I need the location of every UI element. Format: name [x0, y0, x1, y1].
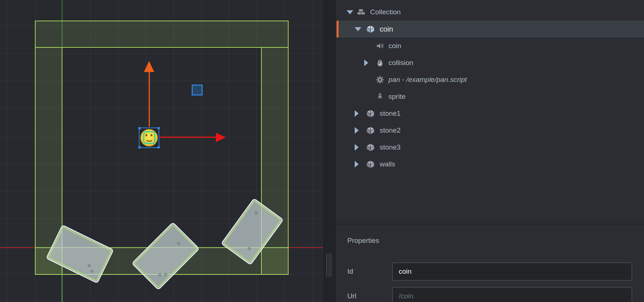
outline-row-collection-0[interactable]: Collection [336, 4, 644, 21]
id-field[interactable] [392, 262, 632, 281]
url-field[interactable] [392, 287, 632, 302]
game-object-icon [366, 24, 375, 34]
editor-window: Collection coin coin collision pan - /ex… [0, 0, 644, 302]
selection-corner [138, 146, 141, 148]
coin-face-smile [145, 136, 153, 142]
world-y-axis-bright-segment [62, 275, 62, 302]
move-gizmo-y-arrowhead[interactable] [144, 61, 154, 72]
outline-row-label: pan - /example/pan.script [388, 76, 467, 84]
game-object-icon [366, 143, 375, 152]
splitter-drag-handle[interactable] [326, 254, 332, 277]
outline-row-label: coin [380, 25, 393, 33]
outline-row-label: stone3 [380, 143, 401, 151]
collection-icon [356, 7, 366, 17]
walls-inner-top-edge [35, 47, 289, 48]
outline-row-sprite-5[interactable]: sprite [336, 88, 644, 105]
properties-title: Properties [347, 237, 379, 245]
chevron-down-icon[interactable] [355, 27, 361, 31]
scene-viewport[interactable] [0, 0, 323, 302]
outline-row-label: sprite [388, 93, 405, 101]
outline-row-stone2-7[interactable]: stone2 [336, 122, 644, 139]
selected-row-accent-bar [337, 21, 339, 37]
outline-panel: Collection coin coin collision pan - /ex… [336, 0, 644, 224]
chevron-right-icon[interactable] [355, 161, 359, 168]
move-gizmo-x-arrowhead[interactable] [216, 133, 226, 142]
outline-row-label: walls [380, 160, 395, 168]
right-panel: Collection coin coin collision pan - /ex… [336, 0, 644, 302]
sound-icon [375, 41, 385, 51]
chevron-right-icon[interactable] [355, 144, 359, 151]
outline-row-coin-2[interactable]: coin [336, 37, 644, 54]
outline-row-coin-1[interactable]: coin [336, 21, 644, 37]
move-gizmo-y-arrow[interactable] [149, 71, 150, 127]
outline-row-pan-example-pan-script-4[interactable]: pan - /example/pan.script [336, 71, 644, 88]
outline-row-label: Collection [370, 8, 401, 16]
game-object-icon [366, 159, 375, 169]
outline-row-stone3-8[interactable]: stone3 [336, 139, 644, 156]
chevron-right-icon[interactable] [355, 110, 359, 117]
outline-row-label: collision [388, 59, 413, 67]
url-field-label: Url [347, 287, 356, 302]
chevron-right-icon[interactable] [355, 127, 359, 134]
properties-panel: Properties IdUrl [336, 224, 644, 302]
selection-corner [158, 127, 160, 129]
selection-corner [138, 127, 141, 129]
game-object-icon [366, 109, 375, 118]
outline-row-label: coin [388, 42, 401, 50]
outline-row-label: stone1 [380, 109, 401, 118]
move-gizmo-x-arrow[interactable] [160, 137, 216, 138]
outline-row-collision-3[interactable]: collision [336, 54, 644, 71]
collision-icon [375, 58, 385, 68]
outline-row-stone1-6[interactable]: stone1 [336, 105, 644, 122]
chevron-down-icon[interactable] [347, 10, 353, 14]
selection-corner [158, 146, 160, 148]
outline-row-walls-9[interactable]: walls [336, 156, 644, 173]
script-icon [375, 75, 385, 85]
chevron-right-icon[interactable] [364, 60, 368, 66]
sprite-icon [375, 92, 385, 101]
outline-row-label: stone2 [380, 126, 401, 134]
id-field-label: Id [347, 262, 353, 281]
move-gizmo-plane-handle[interactable] [192, 85, 203, 96]
game-object-icon [366, 126, 375, 135]
